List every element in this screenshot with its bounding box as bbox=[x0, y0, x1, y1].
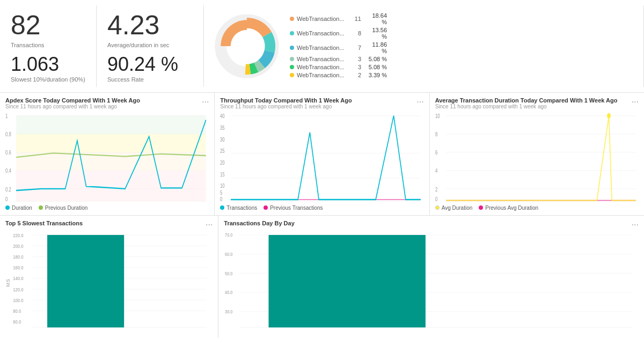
throughput-panel: Throughput Today Compared With 1 Week Ag… bbox=[215, 93, 429, 215]
svg-text:5: 5 bbox=[220, 189, 222, 196]
svg-text:1: 1 bbox=[5, 113, 8, 120]
throughput-legend-prev-txn: Previous Transactions bbox=[264, 205, 323, 211]
svg-text:15: 15 bbox=[220, 171, 225, 178]
avg-txn-chart-area: 10 8 6 4 2 0 bbox=[435, 112, 639, 203]
avg-txn-title: Average Transaction Duration Today Compa… bbox=[435, 97, 618, 104]
apdex-legend-prev-duration: Previous Duration bbox=[39, 205, 87, 211]
legend-count-1: 11 bbox=[350, 16, 361, 22]
svg-text:0: 0 bbox=[435, 195, 437, 202]
legend-dot-1 bbox=[290, 17, 294, 21]
legend-dot-3 bbox=[290, 46, 294, 50]
svg-text:35: 35 bbox=[220, 124, 225, 131]
slowest-txn-more-button[interactable]: ··· bbox=[206, 220, 213, 230]
throughput-prev-txn-dot bbox=[264, 205, 268, 210]
day-by-day-panel: Transactions Day By Day ··· 70.0 60.0 50… bbox=[218, 216, 644, 338]
apdex-duration-label: Duration bbox=[12, 205, 32, 211]
slowest-txn-title: Top 5 Slowest Transactions bbox=[5, 220, 83, 230]
avg-txn-avg-dot bbox=[435, 205, 440, 210]
legend-row-5: WebTransaction... 3 5.08 % bbox=[290, 64, 387, 70]
legend-pct-1: 18.64 % bbox=[365, 12, 387, 25]
svg-text:60.0: 60.0 bbox=[225, 252, 233, 258]
transactions-label: Transactions bbox=[11, 42, 85, 48]
avg-txn-legend-prev: Previous Avg Duration bbox=[479, 205, 538, 211]
avg-txn-avg-label: Avg Duration bbox=[442, 205, 473, 211]
svg-rect-20 bbox=[16, 115, 206, 134]
svg-text:30: 30 bbox=[220, 136, 225, 143]
avg-txn-subtitle: Since 11 hours ago compared with 1 week … bbox=[435, 104, 618, 109]
day-by-day-more-button[interactable]: ··· bbox=[632, 220, 639, 230]
throughput-txn-label: Transactions bbox=[226, 205, 257, 211]
legend-name-3: WebTransaction... bbox=[297, 45, 350, 51]
throughput-more-button[interactable]: ··· bbox=[416, 97, 423, 112]
svg-text:6: 6 bbox=[435, 149, 437, 156]
svg-text:10: 10 bbox=[435, 113, 440, 120]
svg-text:70.0: 70.0 bbox=[225, 233, 233, 238]
svg-text:80.0: 80.0 bbox=[13, 309, 21, 314]
throughput-txn-dot bbox=[220, 205, 224, 210]
svg-rect-23 bbox=[16, 170, 206, 201]
svg-text:40: 40 bbox=[220, 113, 225, 120]
day-by-day-svg: 70.0 60.0 50.0 40.0 30.0 bbox=[224, 232, 639, 334]
throughput-svg: 40 35 30 25 20 15 10 5 0 bbox=[220, 112, 423, 203]
svg-text:200.0: 200.0 bbox=[13, 244, 24, 248]
svg-text:0.4: 0.4 bbox=[5, 167, 11, 174]
svg-text:160.0: 160.0 bbox=[13, 266, 24, 270]
legend-dot-6 bbox=[290, 73, 294, 77]
legend-count-3: 7 bbox=[350, 45, 361, 51]
legend-dot-4 bbox=[290, 57, 294, 61]
svg-text:100.0: 100.0 bbox=[13, 298, 24, 303]
svg-text:25: 25 bbox=[220, 148, 225, 155]
success-rate-label: Success Rate bbox=[107, 76, 193, 83]
apdex-chart-area: 1 0.8 0.6 0.4 0.2 0 bbox=[5, 112, 209, 203]
avg-duration-value: 4.23 bbox=[107, 10, 193, 41]
avg-txn-legend-avg: Avg Duration bbox=[435, 205, 473, 211]
svg-text:40.0: 40.0 bbox=[225, 290, 233, 296]
avg-txn-prev-dot bbox=[479, 205, 483, 210]
avg-txn-more-button[interactable]: ··· bbox=[632, 97, 639, 112]
transactions-metric: 82 Transactions 1.063 Slowest 10%/durati… bbox=[0, 5, 97, 87]
apdex-subtitle: Since 11 hours ago compared with 1 week … bbox=[5, 104, 140, 109]
duration-metric: 4.23 Average/duration in sec 90.24 % Suc… bbox=[97, 5, 204, 87]
svg-text:20: 20 bbox=[220, 159, 225, 166]
legend-count-6: 2 bbox=[350, 72, 361, 78]
slowest-label: Slowest 10%/duration (90%) bbox=[11, 76, 85, 83]
legend-dot-5 bbox=[290, 65, 294, 69]
svg-text:180.0: 180.0 bbox=[13, 254, 24, 259]
svg-text:0.6: 0.6 bbox=[5, 149, 11, 156]
avg-duration-label: Average/duration in sec bbox=[107, 42, 193, 48]
legend-name-5: WebTransaction... bbox=[297, 64, 350, 70]
apdex-prev-duration-label: Previous Duration bbox=[45, 205, 87, 211]
svg-text:0: 0 bbox=[220, 195, 222, 202]
donut-chart bbox=[212, 11, 282, 81]
legend-pct-2: 13.56 % bbox=[365, 27, 387, 40]
charts-row: Apdex Score Today Compared With 1 Week A… bbox=[0, 93, 644, 216]
svg-text:120.0: 120.0 bbox=[13, 287, 24, 292]
legend-name-6: WebTransaction... bbox=[297, 72, 350, 78]
svg-text:0.8: 0.8 bbox=[5, 131, 11, 138]
legend-row-1: WebTransaction... 11 18.64 % bbox=[290, 12, 387, 25]
svg-rect-92 bbox=[47, 235, 124, 327]
legend-row-2: WebTransaction... 8 13.56 % bbox=[290, 27, 387, 40]
legend-name-1: WebTransaction... bbox=[297, 16, 350, 22]
svg-text:140.0: 140.0 bbox=[13, 276, 24, 281]
donut-section: WebTransaction... 11 18.64 % WebTransact… bbox=[204, 5, 644, 87]
svg-text:10: 10 bbox=[220, 182, 225, 189]
apdex-more-button[interactable]: ··· bbox=[202, 97, 209, 112]
avg-txn-svg: 10 8 6 4 2 0 bbox=[435, 112, 639, 203]
day-by-day-title: Transactions Day By Day bbox=[224, 220, 294, 230]
legend-pct-6: 3.39 % bbox=[365, 72, 387, 78]
svg-rect-104 bbox=[269, 235, 426, 327]
throughput-subtitle: Since 11 hours ago compared with 1 week … bbox=[220, 104, 352, 109]
svg-text:50.0: 50.0 bbox=[225, 271, 233, 276]
svg-text:4: 4 bbox=[435, 167, 437, 174]
slowest-y-axis-label: MS bbox=[5, 278, 11, 287]
svg-text:60.0: 60.0 bbox=[13, 320, 21, 325]
transactions-value: 82 bbox=[11, 10, 85, 41]
legend-row-4: WebTransaction... 3 5.08 % bbox=[290, 56, 387, 62]
avg-txn-prev-label: Previous Avg Duration bbox=[485, 205, 538, 211]
svg-point-7 bbox=[231, 30, 264, 62]
legend-pct-3: 11.86 % bbox=[365, 41, 387, 54]
donut-legend: WebTransaction... 11 18.64 % WebTransact… bbox=[290, 12, 387, 80]
legend-name-2: WebTransaction... bbox=[297, 30, 350, 36]
apdex-panel: Apdex Score Today Compared With 1 Week A… bbox=[0, 93, 215, 215]
